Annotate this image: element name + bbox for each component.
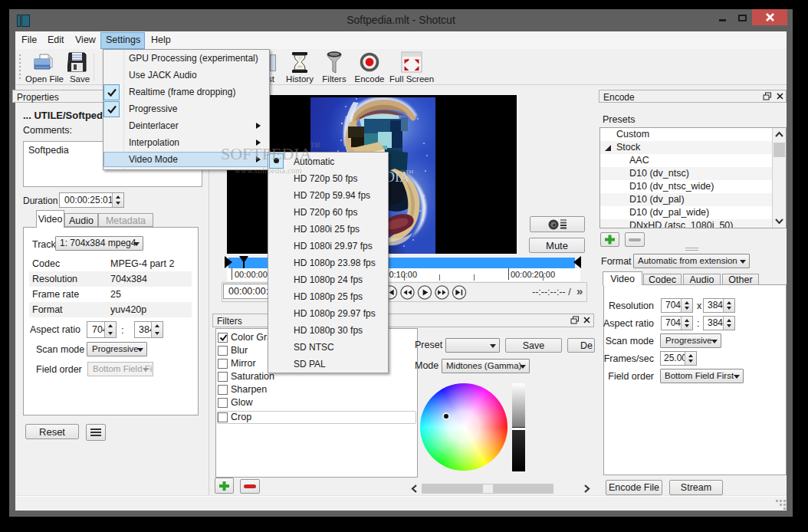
svg-text:TM: TM [406, 169, 414, 175]
